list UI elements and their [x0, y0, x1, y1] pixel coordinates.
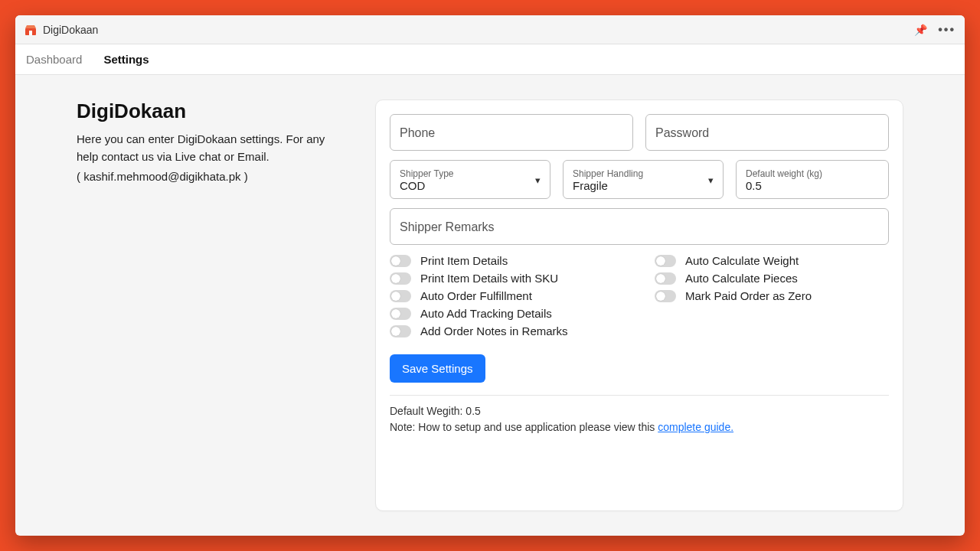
toggle-row: Auto Calculate Weight [655, 254, 889, 267]
toggle-switch[interactable] [390, 325, 411, 337]
shipper-type-label: Shipper Type [400, 168, 541, 179]
toggle-switch[interactable] [655, 272, 676, 285]
page-description: Here you can enter DigiDokaan settings. … [77, 131, 345, 165]
shipper-remarks-field[interactable]: Shipper Remarks [390, 208, 889, 245]
toggle-row: Add Order Notes in Remarks [390, 324, 624, 337]
contact-email: ( kashif.mehmood@digikhata.pk ) [77, 170, 345, 183]
shipper-type-select[interactable]: Shipper Type COD ▾ [390, 160, 550, 199]
password-field[interactable]: Password [645, 114, 889, 151]
toggle-label: Print Item Details [420, 254, 508, 267]
toggle-label: Auto Add Tracking Details [420, 307, 552, 320]
shipper-remarks-placeholder: Shipper Remarks [400, 220, 879, 234]
toggle-switch[interactable] [390, 255, 411, 267]
toggle-label: Print Item Details with SKU [420, 272, 558, 285]
more-menu-icon[interactable]: ••• [938, 23, 956, 37]
toggle-switch[interactable] [390, 290, 411, 302]
toggle-label: Add Order Notes in Remarks [420, 324, 568, 337]
default-weight-value: 0.5 [746, 179, 879, 192]
toggle-row: Auto Order Fulfillment [390, 289, 624, 302]
tab-bar: Dashboard Settings [15, 44, 965, 75]
app-logo-icon [24, 24, 37, 36]
default-weight-field[interactable]: Default weight (kg) 0.5 [736, 160, 889, 199]
window-title: DigiDokaan [43, 24, 98, 36]
note-prefix: Note: How to setup and use application p… [390, 421, 658, 433]
toggle-column-left: Print Item DetailsPrint Item Details wit… [390, 254, 624, 342]
phone-field[interactable]: Phone [390, 114, 633, 151]
toggle-label: Mark Paid Order as Zero [685, 289, 812, 302]
toggle-row: Print Item Details [390, 254, 624, 267]
settings-card: Phone Password Shipper Type COD ▾ Shippe… [375, 99, 903, 511]
content-area: DigiDokaan Here you can enter DigiDokaan… [15, 75, 965, 536]
toggle-switch[interactable] [390, 308, 411, 320]
page-title: DigiDokaan [77, 99, 345, 123]
default-weight-info: Default Wegith: 0.5 [390, 403, 889, 419]
app-window: DigiDokaan 📌 ••• Dashboard Settings Digi… [15, 15, 965, 536]
shipper-type-value: COD [400, 179, 541, 192]
toggle-section: Print Item DetailsPrint Item Details wit… [390, 254, 889, 342]
divider [390, 395, 889, 396]
svg-rect-1 [29, 31, 32, 35]
toggle-switch[interactable] [390, 272, 411, 285]
toggle-row: Auto Add Tracking Details [390, 307, 624, 320]
toggle-row: Mark Paid Order as Zero [655, 289, 889, 302]
password-placeholder: Password [655, 126, 879, 140]
chevron-down-icon: ▾ [708, 174, 714, 185]
shipper-handling-label: Shipper Handling [573, 168, 714, 179]
default-weight-label: Default weight (kg) [746, 168, 879, 179]
toggle-row: Auto Calculate Pieces [655, 272, 889, 285]
complete-guide-link[interactable]: complete guide. [658, 421, 733, 433]
tab-dashboard[interactable]: Dashboard [26, 53, 82, 66]
toggle-column-right: Auto Calculate WeightAuto Calculate Piec… [655, 254, 889, 342]
save-settings-button[interactable]: Save Settings [390, 354, 485, 383]
shipper-handling-select[interactable]: Shipper Handling Fragile ▾ [563, 160, 724, 199]
phone-placeholder: Phone [400, 126, 623, 140]
description-panel: DigiDokaan Here you can enter DigiDokaan… [77, 99, 345, 511]
toggle-switch[interactable] [655, 255, 676, 267]
toggle-switch[interactable] [655, 290, 676, 302]
toggle-row: Print Item Details with SKU [390, 272, 624, 285]
toggle-label: Auto Calculate Weight [685, 254, 799, 267]
chevron-down-icon: ▾ [535, 174, 541, 185]
toggle-label: Auto Order Fulfillment [420, 289, 532, 302]
pin-icon[interactable]: 📌 [914, 24, 927, 36]
titlebar: DigiDokaan 📌 ••• [15, 15, 965, 44]
tab-settings[interactable]: Settings [103, 53, 149, 66]
footer-text: Default Wegith: 0.5 Note: How to setup a… [390, 403, 889, 435]
toggle-label: Auto Calculate Pieces [685, 272, 798, 285]
shipper-handling-value: Fragile [573, 179, 714, 192]
